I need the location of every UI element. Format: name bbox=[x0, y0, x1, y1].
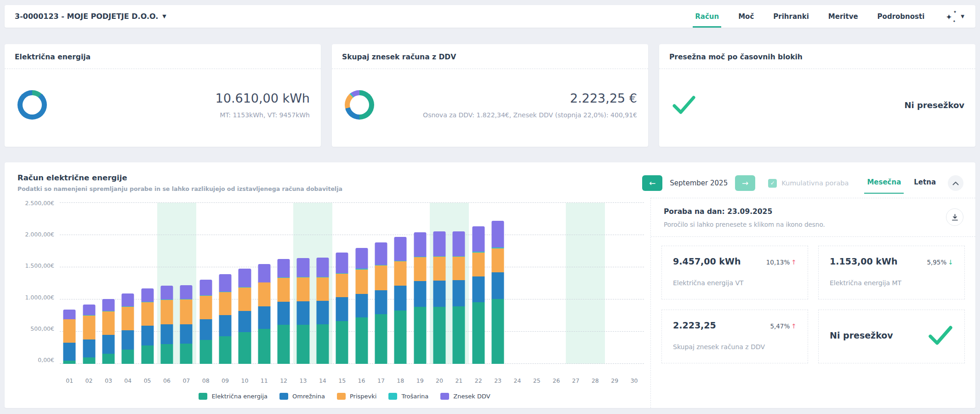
bar-segment-znesek-ddv bbox=[122, 293, 134, 306]
bar-segment-prispevki bbox=[336, 274, 348, 298]
legend-item-znesek-ddv[interactable]: Znesek DDV bbox=[440, 393, 490, 400]
energy-total-value: 10.610,00 kWh bbox=[216, 91, 310, 105]
stat-label: Skupaj znesek računa z DDV bbox=[673, 343, 797, 351]
stacked-bar-day-17[interactable] bbox=[375, 203, 387, 364]
legend-item-tro-arina[interactable]: Trošarina bbox=[388, 393, 428, 400]
chart-day-slot-04 bbox=[118, 203, 137, 364]
chart-controls: ← September 2025 → ✓ Kumulativna poraba … bbox=[642, 175, 963, 191]
stacked-bar-day-10[interactable] bbox=[239, 203, 251, 364]
stacked-bar-day-19[interactable] bbox=[414, 203, 426, 364]
bar-segment-omre-nina bbox=[239, 311, 251, 333]
cumulative-checkbox[interactable]: ✓ bbox=[768, 179, 777, 188]
y-axis-tick: 1.500,00€ bbox=[25, 262, 54, 269]
stacked-bar-day-21[interactable] bbox=[453, 203, 465, 364]
dashboard-page: 3-0000123 - MOJE PODJETJE D.O.O. ▼ Račun… bbox=[0, 0, 980, 408]
stacked-bar-day-14[interactable] bbox=[316, 203, 329, 364]
bar-segment-znesek-ddv bbox=[316, 258, 329, 277]
stacked-bar-day-12[interactable] bbox=[278, 203, 290, 364]
bar-segment-prispevki bbox=[122, 307, 134, 331]
nav-item-meritve[interactable]: Meritve bbox=[828, 5, 858, 28]
chart-day-slot-10 bbox=[235, 203, 254, 364]
x-axis-labels: 0102030405060708091011121314151617181920… bbox=[60, 374, 644, 387]
nav-item-mo[interactable]: Moč bbox=[738, 5, 754, 28]
stat-value: Ni presežkov bbox=[830, 330, 893, 340]
x-axis-tick: 22 bbox=[469, 377, 488, 384]
stat-top: 1.153,00 kWh5,95%↓ bbox=[830, 256, 953, 266]
chart-title: Račun električne energije bbox=[17, 173, 342, 182]
bar-segment-prispevki bbox=[102, 311, 114, 335]
previous-month-button[interactable]: ← bbox=[642, 175, 662, 191]
bar-segment-elektri-na-energija bbox=[375, 314, 387, 364]
nav-item-podrobnosti[interactable]: Podrobnosti bbox=[877, 5, 925, 28]
nav-item-ra-un[interactable]: Račun bbox=[695, 5, 719, 28]
download-report-button[interactable] bbox=[946, 208, 963, 226]
x-axis-tick: 23 bbox=[488, 377, 507, 384]
stat-top: 9.457,00 kWh10,13%↑ bbox=[673, 256, 797, 266]
stacked-bar-day-13[interactable] bbox=[297, 203, 309, 364]
tab-letna[interactable]: Letna bbox=[914, 178, 936, 188]
company-selector[interactable]: 3-0000123 - MOJE PODJETJE D.O.O. ▼ bbox=[15, 12, 166, 21]
stacked-bar-day-11[interactable] bbox=[258, 203, 270, 364]
stacked-bar-day-22[interactable] bbox=[472, 203, 484, 364]
bar-segment-elektri-na-energija bbox=[83, 357, 95, 364]
bar-segment-elektri-na-energija bbox=[122, 350, 134, 364]
stacked-bar-day-15[interactable] bbox=[336, 203, 348, 364]
bar-segment-elektri-na-energija bbox=[278, 325, 290, 364]
legend-item-prispevki[interactable]: Prispevki bbox=[337, 393, 376, 400]
stacked-bar-day-23[interactable] bbox=[492, 203, 504, 364]
invoice-total-value: 2.223,25 € bbox=[423, 91, 637, 105]
legend-item-elektri-na-energija[interactable]: Električna energija bbox=[199, 393, 268, 400]
stacked-bar-day-16[interactable] bbox=[355, 203, 368, 364]
collapse-button[interactable] bbox=[948, 175, 963, 191]
chart-day-slot-16 bbox=[352, 203, 371, 364]
y-axis-tick: 2.000,00€ bbox=[25, 231, 54, 238]
legend-swatch bbox=[440, 393, 449, 400]
nav-item-prihranki[interactable]: Prihranki bbox=[773, 5, 809, 28]
x-axis-tick: 01 bbox=[60, 377, 79, 384]
stacked-bar-day-07[interactable] bbox=[180, 203, 193, 364]
no-excess-label: Ni presežkov bbox=[905, 100, 964, 110]
bar-segment-omre-nina bbox=[219, 315, 231, 336]
chevron-down-icon: ▼ bbox=[961, 14, 964, 19]
stacked-bar-day-04[interactable] bbox=[122, 203, 134, 364]
stacked-bar-day-03[interactable] bbox=[102, 203, 114, 364]
month-label: September 2025 bbox=[670, 179, 728, 187]
bar-segment-omre-nina bbox=[414, 281, 426, 306]
stacked-bar-day-05[interactable] bbox=[141, 203, 154, 364]
bar-segment-omre-nina bbox=[355, 294, 368, 317]
bar-segment-znesek-ddv bbox=[355, 248, 368, 269]
stacked-bar-day-02[interactable] bbox=[83, 203, 95, 364]
legend-item-omre-nina[interactable]: Omrežnina bbox=[279, 393, 325, 400]
bar-segment-omre-nina bbox=[258, 306, 270, 329]
bar-segment-omre-nina bbox=[336, 297, 348, 321]
legend-label: Trošarina bbox=[401, 393, 428, 400]
bar-segment-omre-nina bbox=[453, 280, 465, 306]
stacked-bar-day-01[interactable] bbox=[63, 203, 76, 364]
bar-segment-elektri-na-energija bbox=[355, 317, 368, 364]
x-axis-tick: 14 bbox=[313, 377, 332, 384]
x-axis-tick: 06 bbox=[157, 377, 177, 384]
x-axis-tick: 17 bbox=[371, 377, 391, 384]
tab-mese-na[interactable]: Mesečna bbox=[867, 178, 901, 188]
bar-segment-elektri-na-energija bbox=[160, 344, 173, 364]
bar-segment-znesek-ddv bbox=[394, 237, 407, 261]
chart-subtitle: Podatki so namenjeni spremljanju porabe … bbox=[17, 185, 342, 192]
next-month-button[interactable]: → bbox=[735, 175, 755, 191]
chevron-up-icon bbox=[952, 181, 959, 185]
bar-segment-prispevki bbox=[355, 270, 368, 294]
bar-segment-elektri-na-energija bbox=[219, 336, 231, 364]
bar-segment-omre-nina bbox=[316, 301, 329, 324]
stacked-bar-day-20[interactable] bbox=[433, 203, 445, 364]
stat-cell-ni-prese-kov: Ni presežkov bbox=[818, 310, 965, 363]
invoice-vat-breakdown: Osnova za DDV: 1.822,34€, Znesek DDV (st… bbox=[423, 111, 637, 119]
company-name: 3-0000123 - MOJE PODJETJE D.O.O. bbox=[15, 12, 158, 21]
stacked-bar-day-09[interactable] bbox=[219, 203, 231, 364]
assistant-menu[interactable]: ✦✦✦ ▼ bbox=[946, 11, 964, 23]
stacked-bar-day-06[interactable] bbox=[160, 203, 173, 364]
stacked-bar-day-18[interactable] bbox=[394, 203, 407, 364]
chart-day-slot-13 bbox=[293, 203, 313, 364]
stacked-bar-day-08[interactable] bbox=[199, 203, 212, 364]
trend-down-arrow-icon: ↓ bbox=[948, 259, 953, 266]
stat-top: 2.223,255,47%↑ bbox=[673, 320, 797, 330]
stat-value: 1.153,00 kWh bbox=[830, 256, 898, 266]
